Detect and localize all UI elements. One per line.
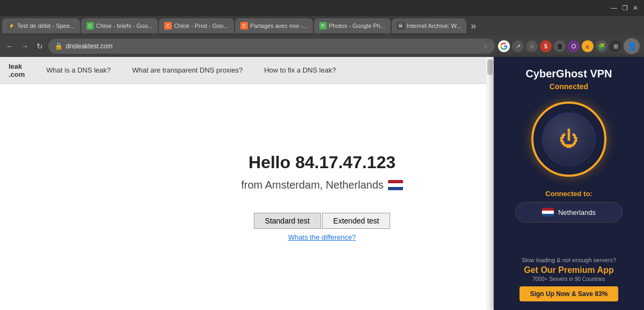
tabs-overflow-button[interactable]: » bbox=[467, 20, 479, 32]
tab-icon-briefs: C bbox=[86, 22, 94, 30]
location-text: from Amsterdam, Netherlands bbox=[241, 179, 403, 191]
svg-text:C: C bbox=[586, 45, 589, 49]
country-name: Netherlands bbox=[558, 208, 596, 217]
lock-icon: 🔒 bbox=[55, 42, 63, 50]
power-icon: ⏻ bbox=[559, 129, 579, 149]
title-bar: — ❐ ✕ bbox=[0, 0, 644, 16]
main-area: leak .com What is a DNS leak? What are t… bbox=[0, 57, 644, 310]
standard-test-button[interactable]: Standard test bbox=[254, 213, 321, 229]
promo-title: Get Our Premium App bbox=[519, 265, 619, 275]
forward-button[interactable]: → bbox=[19, 41, 30, 52]
close-button[interactable]: ✕ bbox=[631, 4, 640, 12]
vpn-power-ring: ⏻ bbox=[531, 102, 606, 177]
address-text: dnsleaktest.com bbox=[66, 42, 480, 50]
nav-icons: ← → ↻ bbox=[4, 41, 45, 52]
tab-partages[interactable]: C Partagés avec moi -... bbox=[235, 18, 313, 33]
nav-fix-leak[interactable]: How to fix a DNS leak? bbox=[264, 66, 336, 74]
tab-photos[interactable]: P Photos - Google Ph... bbox=[314, 18, 391, 33]
tab-briefs[interactable]: C Chloe - briefs - Goo... bbox=[81, 18, 158, 33]
site-logo: leak .com bbox=[9, 62, 25, 78]
tab-icon-speedtest: ⚡ bbox=[8, 22, 15, 30]
signup-button[interactable]: Sign Up Now & Save 83% bbox=[519, 286, 619, 301]
promo-sub: 7000+ Servers in 90 Countries bbox=[519, 276, 619, 282]
vpn-status: Connected bbox=[550, 82, 588, 91]
cyberghost-ext-icon[interactable]: C bbox=[582, 40, 594, 52]
test-buttons: Standard test Extended test bbox=[254, 213, 391, 229]
grid-ext-icon[interactable]: ⊞ bbox=[610, 40, 621, 52]
tab-archive[interactable]: 🏛 Internet Archive: W... bbox=[392, 18, 467, 33]
opera-ext-icon[interactable]: O bbox=[568, 40, 580, 52]
scrollbar-thumb[interactable] bbox=[487, 59, 493, 75]
country-selector[interactable]: Netherlands bbox=[515, 202, 623, 222]
restore-button[interactable]: ❐ bbox=[620, 4, 629, 12]
tabs-bar: ⚡ Test de débit - Spee... C Chloe - brie… bbox=[0, 16, 644, 35]
profile-icon[interactable]: 👤 bbox=[624, 38, 640, 54]
minimize-button[interactable]: — bbox=[610, 4, 618, 12]
bookmark-icon: ☆ bbox=[483, 43, 488, 50]
puzzle-ext-icon[interactable]: 🧩 bbox=[596, 40, 608, 52]
trash-ext-icon[interactable]: 🗑 bbox=[554, 40, 566, 52]
back-button[interactable]: ← bbox=[4, 41, 15, 52]
promo-section: Slow loading & not enough servers? Get O… bbox=[519, 257, 619, 301]
promo-slow-text: Slow loading & not enough servers? bbox=[519, 257, 619, 263]
vpn-panel: CyberGhost VPN Connected ⏻ Connected to:… bbox=[494, 57, 644, 310]
tab-speedtest[interactable]: ⚡ Test de débit - Spee... bbox=[2, 18, 80, 33]
tab-prod[interactable]: C Chloé - Prod - Goo... bbox=[159, 18, 234, 33]
connected-to-label: Connected to: bbox=[545, 190, 592, 198]
omnibar: ← → ↻ 🔒 dnsleaktest.com ☆ ↗ ☆ 5 🗑 O C 🧩 … bbox=[0, 35, 644, 57]
share-ext-icon[interactable]: ↗ bbox=[512, 40, 524, 52]
whats-difference-link[interactable]: Whats the difference? bbox=[288, 233, 356, 241]
nav-dns-leak[interactable]: What is a DNS leak? bbox=[46, 66, 111, 74]
scrollbar[interactable] bbox=[486, 57, 494, 310]
vpn-power-button[interactable]: ⏻ bbox=[542, 112, 596, 166]
address-bar[interactable]: 🔒 dnsleaktest.com ☆ bbox=[48, 39, 495, 54]
star-ext-icon[interactable]: ☆ bbox=[526, 40, 538, 52]
5-ext-icon[interactable]: 5 bbox=[540, 40, 552, 52]
netherlands-flag bbox=[388, 180, 403, 191]
tab-icon-prod: C bbox=[164, 22, 172, 30]
google-ext-icon[interactable] bbox=[498, 40, 510, 52]
extension-icons: ↗ ☆ 5 🗑 O C 🧩 ⊞ 👤 bbox=[498, 38, 640, 54]
tab-icon-partages: C bbox=[240, 22, 248, 30]
nav-transparent-proxies[interactable]: What are transparent DNS proxies? bbox=[132, 66, 243, 74]
hello-ip-text: Hello 84.17.47.123 bbox=[248, 153, 396, 172]
extended-test-button[interactable]: Extended test bbox=[322, 213, 391, 229]
reload-button[interactable]: ↻ bbox=[34, 41, 45, 52]
tab-icon-archive: 🏛 bbox=[397, 22, 405, 30]
vpn-title: CyberGhost VPN bbox=[525, 68, 612, 80]
netherlands-flag-vpn bbox=[542, 208, 554, 217]
tab-icon-photos: P bbox=[319, 22, 327, 30]
